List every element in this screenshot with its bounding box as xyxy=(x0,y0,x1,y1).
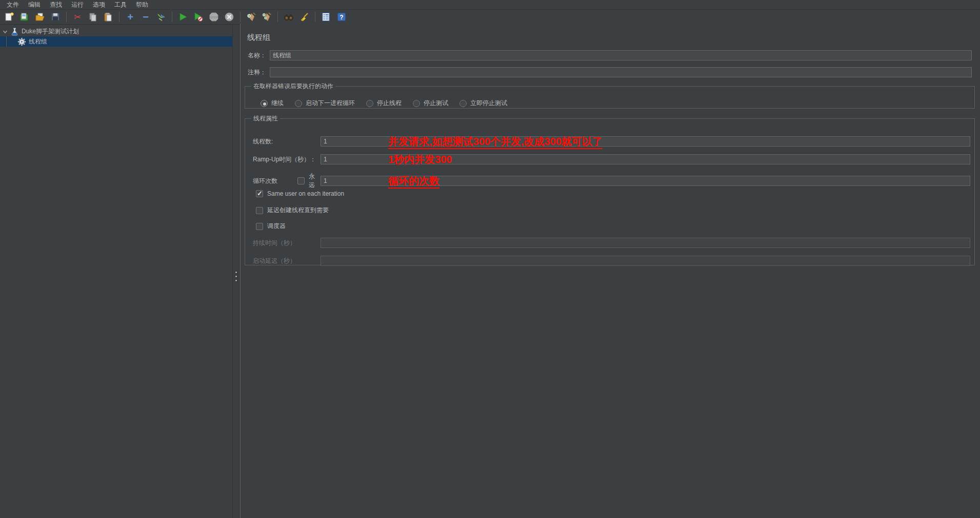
toolbar: ✂ + − xyxy=(0,10,980,25)
stop-glyph: STOP xyxy=(209,12,219,22)
start-icon[interactable] xyxy=(176,11,190,23)
duration-row: 持续时间（秒） xyxy=(253,238,970,248)
menu-file[interactable]: 文件 xyxy=(2,0,24,10)
start-no-pauses-icon[interactable] xyxy=(192,11,205,23)
menu-options[interactable]: 选项 xyxy=(88,0,110,10)
svg-text:?: ? xyxy=(339,14,343,21)
radio-stop-test[interactable]: 停止测试 xyxy=(413,99,448,108)
name-input[interactable] xyxy=(270,50,972,60)
threads-input[interactable] xyxy=(321,136,970,147)
page-title: 线程组 xyxy=(247,33,270,43)
delay-create-row: 延迟创建线程直到需要 xyxy=(256,206,329,215)
function-helper-glyph xyxy=(321,12,331,22)
clear-search-icon[interactable] xyxy=(297,11,311,23)
comment-row: 注释： xyxy=(248,67,972,77)
error-action-legend: 在取样器错误后要执行的动作 xyxy=(251,82,335,91)
toolbar-separator xyxy=(240,12,241,22)
function-helper-icon[interactable] xyxy=(319,11,333,23)
paste-icon[interactable] xyxy=(102,11,115,23)
startup-delay-row: 启动延迟（秒） xyxy=(253,256,970,266)
tree-node-thread-group[interactable]: 线程组 xyxy=(0,36,232,47)
open-icon[interactable] xyxy=(33,11,47,23)
forever-checkbox[interactable]: 永远 xyxy=(297,172,321,190)
scheduler-label: 调度器 xyxy=(267,222,286,231)
chevron-down-icon[interactable] xyxy=(2,29,8,35)
new-file-icon[interactable] xyxy=(3,11,16,23)
binoculars-glyph xyxy=(284,12,294,22)
copy-icon[interactable] xyxy=(86,11,99,23)
search-icon[interactable] xyxy=(282,11,295,23)
menu-tools[interactable]: 工具 xyxy=(110,0,131,10)
radio-start-next-loop[interactable]: 启动下一进程循环 xyxy=(295,99,355,108)
radio-label: 停止线程 xyxy=(377,99,402,108)
radio-dot-icon xyxy=(459,100,467,107)
thread-group-gear-icon xyxy=(17,37,26,46)
help-glyph: ? xyxy=(336,12,347,22)
radio-continue[interactable]: 继续 xyxy=(261,99,284,108)
radio-label: 停止测试 xyxy=(424,99,448,108)
splitter-grip-icon[interactable] xyxy=(235,271,237,282)
clear-all-icon[interactable] xyxy=(260,11,273,23)
loops-label: 循环次数 xyxy=(253,177,297,185)
clear-glyph xyxy=(246,12,256,22)
rampup-input[interactable] xyxy=(321,154,970,164)
delay-create-checkbox[interactable]: 延迟创建线程直到需要 xyxy=(256,206,329,215)
stop-icon[interactable]: STOP xyxy=(207,11,221,23)
rampup-label: Ramp-Up时间（秒）： xyxy=(253,155,321,164)
menu-help[interactable]: 帮助 xyxy=(131,0,153,10)
clear-all-glyph xyxy=(262,12,272,22)
open-glyph xyxy=(35,12,45,22)
radio-label: 继续 xyxy=(271,99,284,108)
tree-node-label[interactable]: 线程组 xyxy=(29,37,47,46)
menu-edit[interactable]: 编辑 xyxy=(24,0,45,10)
svg-text:STOP: STOP xyxy=(210,16,217,19)
test-plan-flask-icon xyxy=(10,27,19,36)
start-no-pauses-glyph xyxy=(193,12,204,22)
duration-input xyxy=(321,238,970,248)
shutdown-icon[interactable] xyxy=(223,11,236,23)
menu-search[interactable]: 查找 xyxy=(45,0,67,10)
cut-glyph: ✂ xyxy=(74,13,81,22)
radio-label: 启动下一进程循环 xyxy=(306,99,355,108)
paste-glyph xyxy=(103,12,113,22)
radio-dot-icon xyxy=(413,100,420,107)
same-user-checkbox[interactable]: Same user on each iteration xyxy=(256,190,344,197)
threads-row: 线程数: 并发请求,如想测试300个并发,改成300就可以了 xyxy=(253,136,970,147)
toggle-icon[interactable] xyxy=(154,11,168,23)
test-plan-tree: Duke脚手架测试计划 线程组 xyxy=(0,25,233,518)
menu-run[interactable]: 运行 xyxy=(67,0,88,10)
toolbar-separator xyxy=(315,12,315,22)
radio-dot-icon xyxy=(366,100,373,107)
copy-glyph xyxy=(88,12,98,22)
comment-input[interactable] xyxy=(270,67,972,77)
same-user-row: Same user on each iteration xyxy=(256,190,344,197)
scheduler-checkbox[interactable]: 调度器 xyxy=(256,222,286,231)
thread-properties-legend: 线程属性 xyxy=(251,114,280,123)
help-icon[interactable]: ? xyxy=(335,11,348,23)
tree-node-test-plan[interactable]: Duke脚手架测试计划 xyxy=(0,27,232,36)
clear-icon[interactable] xyxy=(245,11,258,23)
startup-delay-label: 启动延迟（秒） xyxy=(253,257,321,265)
delay-create-label: 延迟创建线程直到需要 xyxy=(267,206,329,215)
toolbar-separator xyxy=(119,12,119,22)
remove-icon[interactable]: − xyxy=(139,11,152,23)
radio-stop-thread[interactable]: 停止线程 xyxy=(366,99,402,108)
loops-input[interactable] xyxy=(321,176,970,186)
tree-indent-guide xyxy=(6,36,7,47)
new-file-glyph xyxy=(4,12,14,22)
save-icon[interactable] xyxy=(49,11,62,23)
cut-icon[interactable]: ✂ xyxy=(71,11,84,23)
comment-label: 注释： xyxy=(248,68,270,77)
toggle-glyph xyxy=(156,12,166,22)
checkbox-icon xyxy=(297,177,305,184)
loops-row: 循环次数 永远 循环的次数 xyxy=(253,172,970,190)
yellow-broom-glyph xyxy=(299,12,309,22)
panel-splitter[interactable] xyxy=(233,25,240,518)
threads-label: 线程数: xyxy=(253,137,321,146)
add-icon[interactable]: + xyxy=(124,11,137,23)
radio-dot-icon xyxy=(295,100,302,107)
tree-node-label[interactable]: Duke脚手架测试计划 xyxy=(22,27,79,36)
radio-stop-test-now[interactable]: 立即停止测试 xyxy=(459,99,507,108)
templates-icon[interactable] xyxy=(18,11,31,23)
checkbox-icon xyxy=(256,223,263,230)
